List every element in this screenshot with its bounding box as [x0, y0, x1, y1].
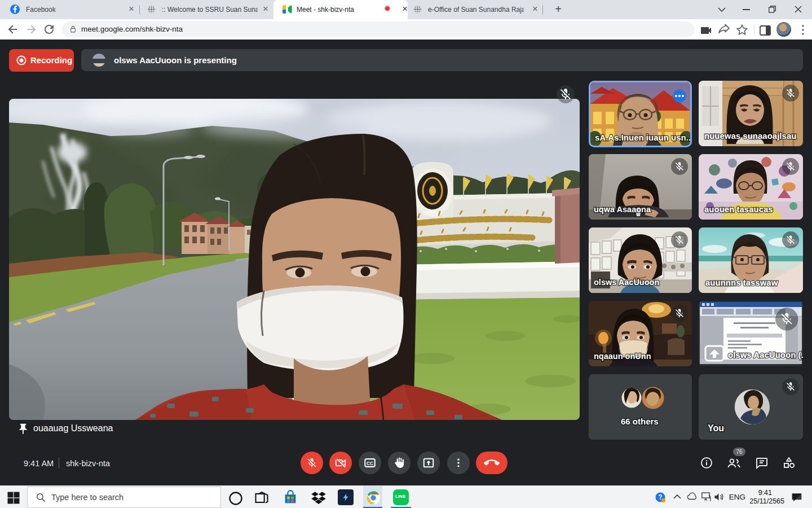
svg-text:sA.As.Inuen iuaun usn...: sA.As.Inuen iuaun usn...: [595, 133, 690, 142]
svg-text:You: You: [708, 423, 724, 433]
svg-text:uqwa Asaaona: uqwa Asaaona: [594, 205, 651, 214]
svg-text:nqaaun onUnn: nqaaun onUnn: [594, 352, 651, 361]
svg-text:66 others: 66 others: [621, 417, 659, 426]
svg-text:CC: CC: [367, 461, 373, 466]
svg-text:auunnns tasswaw: auunnns tasswaw: [705, 278, 778, 287]
svg-text:olsws AacUuoon: olsws AacUuoon: [594, 278, 659, 287]
svg-text:auouen tasaucas: auouen tasaucas: [704, 204, 773, 214]
svg-text:olsws AacUuoon (...: olsws AacUuoon (...: [728, 350, 803, 360]
svg-text:nuuewas sunaaoajlsau: nuuewas sunaaoajlsau: [704, 131, 796, 141]
